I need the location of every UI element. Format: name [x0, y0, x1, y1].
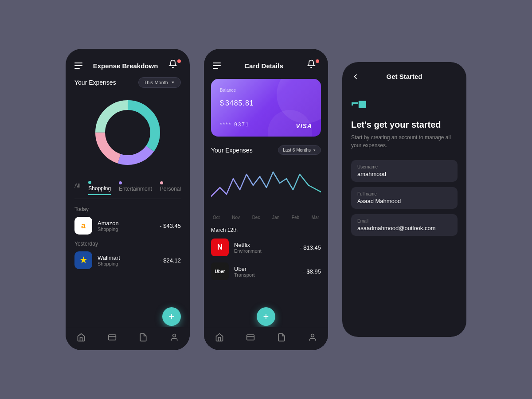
notification-badge-2: [316, 59, 319, 63]
chart-label-feb: Feb: [292, 215, 299, 220]
table-row: a Amazon Shopping - $43.45: [74, 217, 181, 235]
menu-icon[interactable]: [74, 63, 82, 69]
expenses-header: Your Expenses This Month: [74, 77, 181, 88]
transaction-date: March 12th: [211, 227, 321, 233]
expense-chart: [211, 161, 321, 211]
phone1-title: Expense Breakdown: [93, 62, 158, 70]
phone3-header: Get Started: [342, 62, 466, 89]
walmart-amount: - $24.12: [160, 257, 181, 264]
phone2-title: Card Details: [244, 62, 283, 70]
amazon-amount: - $43.45: [160, 223, 181, 229]
notification-badge: [177, 59, 181, 63]
phone1-header: Expense Breakdown: [66, 49, 190, 77]
home-nav-button[interactable]: [76, 332, 86, 342]
username-value: amahmood: [357, 171, 451, 177]
history-nav-button-2[interactable]: [277, 332, 286, 342]
svg-point-8: [173, 334, 176, 337]
phone3-title: Get Started: [387, 73, 422, 80]
amazon-logo: a: [74, 217, 92, 235]
menu-icon-2[interactable]: [213, 63, 221, 69]
visa-logo: VISA: [296, 122, 312, 129]
bottom-navigation: [66, 327, 190, 350]
svg-rect-6: [109, 335, 116, 340]
svg-point-11: [311, 334, 314, 337]
personal-dot: [160, 181, 163, 184]
amazon-name: Amazon: [98, 220, 154, 227]
uber-category: Transport: [234, 272, 298, 278]
table-row: Uber Uber Transport - $8.95: [211, 262, 321, 280]
fullname-label: Full name: [357, 192, 451, 196]
filter-label: This Month: [144, 80, 168, 85]
add-transaction-fab[interactable]: +: [162, 307, 181, 326]
donut-chart: [74, 95, 181, 170]
credit-card: Balance $3485.81 **** 9371 VISA: [211, 79, 321, 137]
filter-button[interactable]: This Month: [138, 77, 181, 88]
uber-logo: Uber: [211, 262, 229, 280]
brand-logo: ⌐■: [351, 96, 458, 111]
shopping-dot: [88, 181, 91, 184]
walmart-logo: ★: [74, 251, 92, 269]
fullname-value: Asaad Mahmood: [357, 198, 451, 204]
entertainment-dot: [119, 181, 122, 184]
history-nav-button[interactable]: [138, 332, 148, 342]
uber-name: Uber: [234, 266, 298, 272]
username-label: Username: [357, 164, 451, 169]
netflix-logo: N: [211, 239, 229, 256]
chart-label-jan: Jan: [272, 215, 279, 220]
back-button[interactable]: [351, 72, 360, 81]
card-number: **** 9371: [220, 121, 250, 128]
netflix-name: Netflix: [234, 242, 294, 248]
svg-point-5: [106, 110, 150, 155]
tab-shopping[interactable]: Shopping: [88, 179, 111, 195]
p2-expenses-header: Your Expenses Last 6 Months: [211, 145, 321, 155]
tab-entertainment[interactable]: Entertainment: [119, 180, 152, 195]
p2-expenses-title: Your Expenses: [211, 147, 253, 154]
table-row: ★ Wallmart Shopping - $24.12: [74, 251, 181, 269]
email-value: asaadmahmood@outlook.com: [357, 225, 451, 231]
yesterday-label: Yesterday: [74, 241, 181, 247]
chart-label-nov: Nov: [232, 215, 240, 220]
expense-breakdown-screen: Expense Breakdown Your Expenses This Mon…: [66, 49, 190, 350]
svg-rect-9: [247, 335, 254, 340]
tab-all[interactable]: All: [74, 183, 80, 192]
card-details-screen: Card Details Balance $3485.81 **** 9371 …: [204, 49, 328, 350]
home-nav-button-2[interactable]: [215, 332, 224, 342]
category-tabs: All Shopping Entertainment Personal: [74, 179, 181, 199]
tab-personal[interactable]: Personal: [160, 180, 181, 195]
netflix-category: Environment: [234, 248, 294, 254]
balance-amount: $3485.81: [220, 94, 312, 109]
period-label: Last 6 Months: [283, 148, 311, 153]
walmart-info: Wallmart Shopping: [98, 254, 154, 266]
cards-nav-button[interactable]: [107, 332, 117, 342]
fullname-field[interactable]: Full name Asaad Mahmood: [351, 187, 458, 209]
amazon-info: Amazon Shopping: [98, 220, 154, 232]
cards-nav-button-2[interactable]: [246, 332, 255, 342]
chart-label-mar: Mar: [312, 215, 319, 220]
add-expense-fab[interactable]: +: [257, 307, 275, 326]
currency-symbol: $: [220, 99, 224, 107]
chart-label-dec: Dec: [252, 215, 260, 220]
amazon-category: Shopping: [98, 227, 154, 232]
chart-x-labels: Oct Nov Dec Jan Feb Mar: [211, 215, 321, 220]
chart-label-oct: Oct: [213, 215, 220, 220]
email-label: Email: [357, 219, 451, 223]
table-row: N Netflix Environment - $13.45: [211, 239, 321, 256]
balance-label: Balance: [220, 88, 312, 93]
profile-nav-button[interactable]: [169, 332, 179, 342]
get-started-subtext: Start by creating an account to manage a…: [351, 133, 458, 149]
walmart-category: Shopping: [98, 261, 154, 266]
uber-info: Uber Transport: [234, 266, 298, 278]
email-field[interactable]: Email asaadmahmood@outlook.com: [351, 214, 458, 236]
profile-nav-button-2[interactable]: [308, 332, 317, 342]
phone2-header: Card Details: [204, 49, 328, 79]
notification-button-2[interactable]: [307, 59, 319, 72]
netflix-amount: - $13.45: [300, 244, 321, 251]
expenses-title: Your Expenses: [74, 79, 116, 86]
walmart-name: Wallmart: [98, 254, 154, 261]
get-started-body: ⌐■ Let's get your started Start by creat…: [342, 89, 466, 248]
get-started-screen: Get Started ⌐■ Let's get your started St…: [342, 62, 466, 337]
notification-button[interactable]: [168, 59, 181, 72]
today-label: Today: [74, 206, 181, 212]
username-field[interactable]: Username amahmood: [351, 160, 458, 182]
period-filter-button[interactable]: Last 6 Months: [278, 145, 321, 155]
